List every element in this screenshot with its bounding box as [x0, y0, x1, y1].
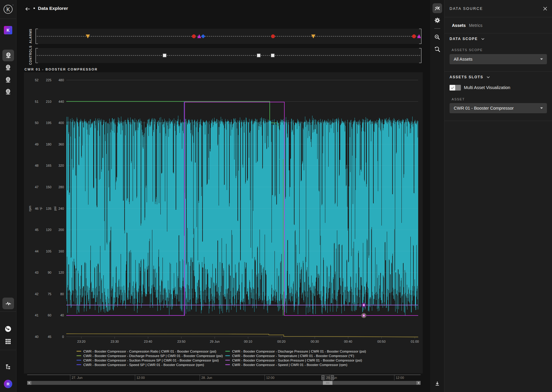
svg-text:120: 120	[46, 228, 51, 232]
svg-text:50: 50	[35, 121, 39, 125]
svg-text:165: 165	[46, 164, 51, 167]
svg-text:00:30: 00:30	[311, 340, 319, 343]
svg-text:23:30: 23:30	[111, 340, 119, 343]
svg-text:12:00: 12:00	[266, 376, 275, 379]
svg-text:480: 480	[59, 78, 64, 82]
svg-text:°F: °F	[39, 207, 43, 210]
svg-text:23:40: 23:40	[144, 340, 152, 343]
svg-text:210: 210	[46, 100, 51, 103]
svg-text:225: 225	[46, 78, 51, 82]
svg-text:120: 120	[59, 271, 64, 274]
svg-text:00:50: 00:50	[377, 340, 386, 343]
svg-text:320: 320	[59, 164, 64, 167]
svg-text:60: 60	[48, 313, 51, 317]
svg-text:psi: psi	[53, 206, 57, 211]
svg-text:12:00: 12:00	[137, 376, 145, 379]
svg-text:200: 200	[59, 228, 64, 232]
svg-text:00:10: 00:10	[244, 340, 252, 343]
svg-text:45: 45	[48, 335, 51, 339]
svg-text:180: 180	[46, 143, 51, 146]
svg-text:400: 400	[59, 121, 64, 125]
svg-text:29 Jun: 29 Jun	[210, 340, 220, 343]
svg-text:12:00: 12:00	[396, 376, 404, 379]
svg-text:51: 51	[35, 100, 39, 103]
svg-text:150: 150	[46, 185, 51, 189]
svg-text:46: 46	[35, 207, 39, 210]
svg-text:41: 41	[35, 313, 39, 317]
svg-text:360: 360	[59, 143, 64, 146]
svg-text:52: 52	[35, 78, 39, 82]
svg-text:440: 440	[59, 100, 64, 103]
svg-text:47: 47	[35, 185, 39, 189]
svg-text:44: 44	[35, 249, 39, 253]
svg-text:75: 75	[48, 292, 51, 296]
svg-text:0: 0	[62, 335, 64, 339]
svg-text:240: 240	[59, 207, 64, 210]
svg-text:105: 105	[46, 249, 51, 253]
svg-text:rpm: rpm	[28, 206, 32, 212]
svg-text:42: 42	[35, 292, 39, 296]
svg-text:45: 45	[35, 228, 39, 232]
svg-text:00:20: 00:20	[277, 340, 286, 343]
svg-text:80: 80	[60, 292, 64, 296]
svg-text:27. Jun: 27. Jun	[72, 376, 82, 379]
svg-text:01:00: 01:00	[411, 340, 419, 343]
svg-text:160: 160	[59, 249, 64, 253]
svg-text:195: 195	[46, 121, 51, 125]
svg-text:23:20: 23:20	[77, 340, 86, 343]
svg-text:40: 40	[60, 313, 64, 317]
svg-text:40: 40	[35, 335, 39, 339]
svg-text:280: 280	[59, 185, 64, 189]
svg-text:29. Jun: 29. Jun	[326, 376, 337, 379]
svg-text:23:50: 23:50	[177, 340, 185, 343]
svg-text:43: 43	[35, 271, 39, 274]
svg-text:135: 135	[46, 207, 51, 210]
svg-text:28. Jun: 28. Jun	[201, 376, 212, 379]
svg-text:90: 90	[48, 271, 51, 274]
svg-text:49: 49	[35, 143, 39, 146]
svg-text:00:40: 00:40	[344, 340, 352, 343]
svg-text:48: 48	[35, 164, 39, 167]
